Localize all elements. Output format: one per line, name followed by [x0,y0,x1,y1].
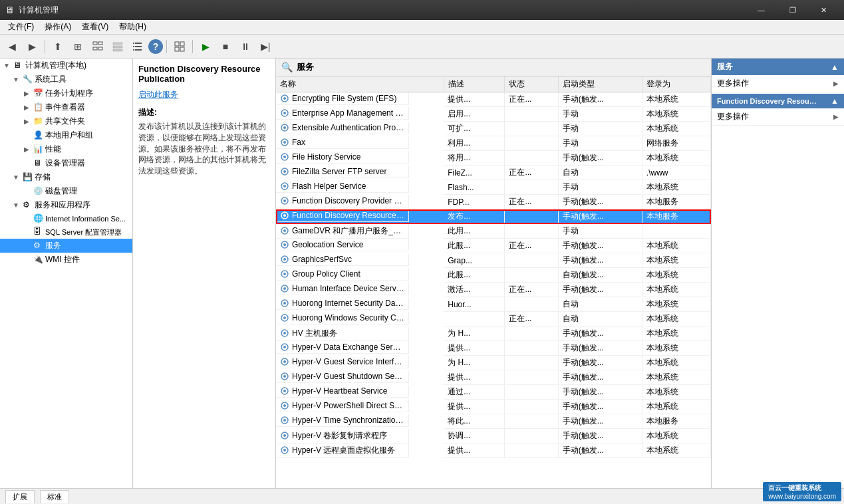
close-button[interactable]: ✕ [809,0,839,20]
service-icon [280,386,289,396]
col-starttype[interactable]: 启动类型 [558,76,642,92]
tree-expand-local-users[interactable]: ▶ [21,130,32,141]
toolbar-sep3 [192,40,193,53]
table-row[interactable]: Hyper-V Time Synchronization Service将此..… [276,414,711,429]
table-row[interactable]: Human Interface Device Service激活...正在...… [276,283,711,297]
table-row[interactable]: Hyper-V 卷影复制请求程序协调...手动(触发...本地系统 [276,429,711,443]
service-status [505,429,558,443]
services-icon: ⚙ [33,241,44,251]
title-bar-text: 计算机管理 [19,5,59,16]
svg-point-22 [283,126,286,129]
maximize-button[interactable]: ❐ [777,0,807,20]
table-row[interactable]: GraphicsPerfSvcGrap...手动(触发...本地系统 [276,253,711,268]
col-status[interactable]: 状态 [505,76,558,92]
tree-item-tools[interactable]: ▼ 🔧 系统工具 [0,72,132,86]
tree-item-task[interactable]: ▶ 📅 任务计划程序 [0,86,132,100]
tree-expand-task[interactable]: ▶ [21,88,32,99]
toolbar-pause[interactable]: ⏸ [236,37,255,56]
svg-rect-10 [133,43,134,44]
tree-item-devmgr[interactable]: ▶ 🖥 设备管理器 [0,156,132,170]
toolbar-restart[interactable]: ▶| [256,37,275,56]
tree-item-services[interactable]: ▶ ⚙ 服务 [0,239,132,253]
tree-expand-perf[interactable]: ▶ [21,144,32,155]
toolbar-up[interactable]: ⬆ [49,37,67,56]
table-row[interactable]: Huorong Windows Security Center正在...自动本地… [276,312,711,326]
tree-expand-wmi[interactable]: ▶ [21,255,32,265]
table-row[interactable]: Hyper-V 远程桌面虚拟化服务提供...手动(触发...本地系统 [276,443,711,458]
tree-expand-sqlcfg[interactable]: ▶ [21,227,32,237]
service-icon [280,328,289,338]
watermark: 百云一键重装系统 www.baiyunxitong.com [763,482,841,501]
tree-item-wmi[interactable]: ▶ 🔌 WMI 控件 [0,253,132,267]
start-service-link[interactable]: 启动此服务 [138,89,270,100]
toolbar-forward[interactable]: ▶ [23,37,41,56]
tab-expand[interactable]: 扩展 [5,490,35,503]
table-row[interactable]: Hyper-V PowerShell Direct Service提供...手动… [276,400,711,414]
menu-help[interactable]: 帮助(H) [114,20,152,34]
minimize-button[interactable]: — [746,0,776,20]
tree-item-shares[interactable]: ▶ 📁 共享文件夹 [0,114,132,128]
action-item-more-2[interactable]: 更多操作 ▶ [712,108,844,126]
table-row[interactable]: Flash Helper ServiceFlash...手动本地系统 [276,180,711,195]
table-row[interactable]: Huorong Internet Security DaemonHuor...自… [276,297,711,312]
col-desc[interactable]: 描述 [444,76,505,92]
tree-item-sqlcfg[interactable]: ▶ 🗄 SQL Server 配置管理器 [0,225,132,239]
toolbar-tree[interactable] [88,37,107,56]
table-row[interactable]: GameDVR 和广播用户服务_9a0a27b此用...手动 [276,224,711,239]
tree-expand-root[interactable]: ▼ [1,61,12,71]
table-row[interactable]: Extensible Authentication Protocol可扩...手… [276,122,711,136]
table-row[interactable]: Enterprise App Management Service启用...手动… [276,107,711,122]
toolbar-b3[interactable] [128,37,147,56]
tree-item-local-users[interactable]: ▶ 👤 本地用户和组 [0,128,132,142]
table-row[interactable]: Encrypting File System (EFS)提供...正在...手动… [276,92,711,107]
toolbar-back[interactable]: ◀ [3,37,21,56]
service-icon [280,108,289,118]
table-row[interactable]: Function Discovery Provider HostFDP...正在… [276,195,711,209]
toolbar-stop[interactable]: ■ [216,37,235,56]
tree-item-svcapp[interactable]: ▼ ⚙ 服务和应用程序 [0,198,132,212]
toolbar-grid[interactable] [170,37,189,56]
tab-standard[interactable]: 标准 [40,490,69,503]
tree-item-storage[interactable]: ▼ 💾 存储 [0,170,132,184]
menu-view[interactable]: 查看(V) [76,20,114,34]
table-row[interactable]: Geolocation Service此服...正在...手动(触发...本地系… [276,239,711,253]
action-item-more-1[interactable]: 更多操作 ▶ [712,75,844,92]
tree-expand-shares[interactable]: ▶ [21,116,32,127]
services-table[interactable]: 名称 描述 状态 启动类型 登录为 Encrypting File System… [276,76,711,488]
table-row[interactable]: Hyper-V Guest Shutdown Service提供...手动(触发… [276,370,711,385]
tree-expand-storage[interactable]: ▼ [11,172,21,183]
toolbar-play[interactable]: ▶ [196,37,215,56]
toolbar-show-hide[interactable]: ⊞ [69,37,87,56]
tree-item-root[interactable]: ▼ 🖥 计算机管理(本地) [0,59,132,72]
col-name[interactable]: 名称 [276,76,444,92]
svg-point-56 [283,375,286,378]
menu-action[interactable]: 操作(A) [39,20,76,34]
service-desc: 将此... [444,414,505,429]
tree-item-event[interactable]: ▶ 📋 事件查看器 [0,100,132,114]
table-row[interactable]: Hyper-V Guest Service Interface为 H...手动(… [276,356,711,370]
toolbar-b2[interactable] [108,37,127,56]
tree-item-disk[interactable]: ▶ 💿 磁盘管理 [0,184,132,198]
tree-expand-svcapp[interactable]: ▼ [11,200,21,211]
table-row[interactable]: Group Policy Client此服...自动(触发...本地系统 [276,268,711,283]
col-logon[interactable]: 登录为 [642,76,710,92]
service-icon [280,445,289,455]
table-row[interactable]: Hyper-V Heartbeat Service通过...手动(触发...本地… [276,385,711,400]
tree-expand-iis[interactable]: ▶ [21,213,32,224]
local-users-icon: 👤 [33,130,44,141]
tree-item-iis[interactable]: ▶ 🌐 Internet Information Se... [0,212,132,225]
tree-expand-event[interactable]: ▶ [21,102,32,113]
tree-expand-disk[interactable]: ▶ [21,186,32,197]
table-row[interactable]: Hyper-V Data Exchange Service提供...手动(触发.… [276,341,711,356]
table-row[interactable]: Function Discovery Resource Publication发… [276,209,711,224]
table-row[interactable]: File History Service将用...手动(触发...本地系统 [276,151,711,166]
table-row[interactable]: HV 主机服务为 H...手动(触发...本地系统 [276,326,711,341]
table-row[interactable]: FileZilla Server FTP serverFileZ...正在...… [276,166,711,180]
tree-item-perf[interactable]: ▶ 📊 性能 [0,142,132,156]
tree-expand-tools[interactable]: ▼ [11,74,21,85]
table-row[interactable]: Fax利用...手动网络服务 [276,136,711,151]
menu-file[interactable]: 文件(F) [3,20,39,34]
toolbar-help[interactable]: ? [148,39,163,54]
tree-expand-devmgr[interactable]: ▶ [21,158,32,169]
tree-expand-services[interactable]: ▶ [21,241,32,251]
